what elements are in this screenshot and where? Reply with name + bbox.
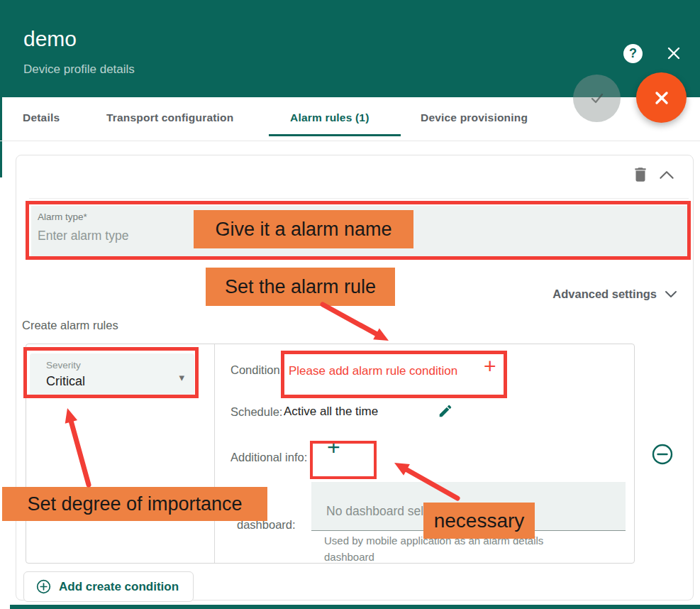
alarm-type-label: Alarm type*	[38, 212, 87, 222]
severity-label: Severity	[46, 360, 81, 371]
alarm-type-placeholder: Enter alarm type	[38, 229, 128, 243]
page-edge-sliver	[0, 97, 2, 177]
add-create-condition-button[interactable]: Add create condition	[23, 571, 194, 602]
schedule-value: Active all the time	[284, 405, 378, 419]
bottom-page-strip	[10, 605, 700, 609]
add-circle-icon	[36, 579, 51, 594]
tab-details[interactable]: Details	[23, 111, 60, 124]
mobile-dashboard-value: No dashboard selected	[326, 504, 454, 519]
x-icon	[651, 87, 672, 109]
advanced-settings-label: Advanced settings	[552, 287, 657, 301]
chevron-down-icon	[665, 290, 677, 299]
mobile-dashboard-select[interactable]: No dashboard selected	[311, 482, 626, 531]
alarm-rule-panel: Severity Critical ▾ Condition: Please ad…	[26, 344, 635, 564]
severity-value: Critical	[46, 374, 85, 389]
mobile-dashboard-label: dashboard:	[237, 518, 296, 532]
close-icon[interactable]	[665, 45, 682, 62]
panel-divider	[214, 344, 215, 563]
schedule-label: Schedule:	[230, 405, 282, 419]
mobile-dashboard-hint: Used by mobile application as an alarm d…	[324, 533, 558, 565]
dialog-subtitle: Device profile details	[23, 62, 135, 77]
save-check-fab[interactable]	[573, 75, 621, 122]
trash-icon[interactable]	[631, 165, 650, 185]
chevron-up-icon[interactable]	[659, 170, 674, 180]
alarm-rule-card: Alarm type* Enter alarm type Advanced se…	[16, 155, 694, 600]
add-info-icon[interactable]: +	[327, 434, 340, 461]
active-tab-underline	[269, 134, 401, 136]
create-alarm-rules-label: Create alarm rules	[22, 319, 118, 332]
severity-select[interactable]: Severity Critical ▾	[30, 353, 194, 395]
tab-transport-configuration[interactable]: Transport configuration	[106, 111, 233, 124]
condition-label: Condition:	[230, 363, 283, 377]
tab-alarm-rules[interactable]: Alarm rules (1)	[290, 111, 370, 124]
edit-pencil-icon[interactable]	[438, 403, 453, 419]
tab-device-provisioning[interactable]: Device provisioning	[421, 111, 528, 124]
add-condition-icon[interactable]: +	[484, 354, 496, 378]
check-icon	[587, 88, 608, 109]
condition-placeholder: Please add alarm rule condition	[289, 364, 457, 378]
advanced-settings-toggle[interactable]: Advanced settings	[552, 287, 677, 301]
help-icon[interactable]: ?	[623, 44, 643, 63]
alarm-type-input[interactable]: Alarm type* Enter alarm type	[31, 206, 688, 257]
cancel-fab[interactable]	[636, 72, 687, 123]
add-create-condition-label: Add create condition	[59, 580, 179, 594]
remove-rule-icon[interactable]	[651, 443, 674, 466]
dropdown-arrow-icon: ▾	[179, 371, 184, 384]
tabs-divider	[0, 141, 700, 141]
card-divider	[29, 198, 689, 199]
additional-info-label: Additional info:	[230, 451, 307, 464]
dialog-title: demo	[23, 27, 77, 51]
device-profile-dialog: demo Device profile details ? Details Tr…	[0, 0, 700, 609]
